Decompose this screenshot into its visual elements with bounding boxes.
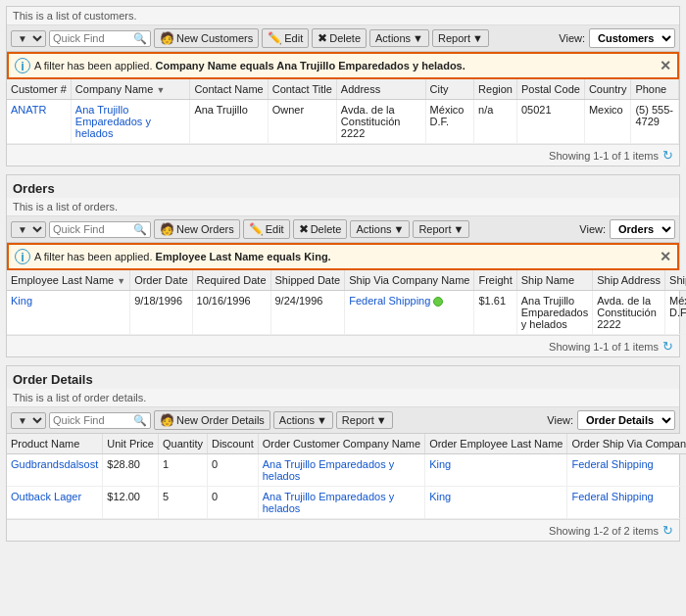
od-report-dropdown-icon: ▼ bbox=[376, 414, 387, 426]
col-ship-city: Ship City bbox=[665, 270, 686, 291]
customers-quickfind-dropdown[interactable]: ▼ bbox=[11, 30, 46, 47]
product-name-link[interactable]: Outback Lager bbox=[11, 491, 81, 502]
col-shipped-date: Shipped Date bbox=[270, 270, 345, 291]
unit-price-cell: $28.80 bbox=[103, 454, 159, 487]
shipped-date-cell: 9/24/1996 bbox=[270, 291, 345, 335]
col-country: Country bbox=[584, 79, 631, 100]
order-ship-via-link[interactable]: Federal Shipping bbox=[571, 491, 653, 502]
order-details-quickfind-container: 🔍 bbox=[49, 412, 151, 429]
order-employee-link[interactable]: King bbox=[429, 458, 451, 470]
order-details-refresh-icon[interactable]: ↻ bbox=[662, 523, 673, 538]
product-name-link[interactable]: Gudbrandsdalsost bbox=[11, 458, 98, 470]
customers-quickfind-input[interactable] bbox=[53, 32, 131, 44]
table-row: Outback Lager $12.00 5 0 Ana Trujillo Em… bbox=[7, 487, 686, 519]
order-ship-via-link[interactable]: Federal Shipping bbox=[571, 458, 653, 470]
order-customer-link[interactable]: Ana Trujillo Emparedados y helados bbox=[263, 491, 395, 514]
orders-filter-close-button[interactable]: ✕ bbox=[660, 249, 671, 264]
customers-view-dropdown[interactable]: Customers bbox=[589, 28, 675, 48]
col-phone: Phone bbox=[631, 79, 679, 100]
orders-toolbar: ▼ 🔍 🧑 New Orders ✏️ Edit ✖ Delete Action… bbox=[7, 216, 679, 243]
customers-refresh-icon[interactable]: ↻ bbox=[662, 148, 673, 163]
new-customers-icon: 🧑 bbox=[160, 31, 174, 45]
orders-edit-button[interactable]: ✏️ Edit bbox=[243, 219, 290, 239]
quantity-cell: 5 bbox=[158, 487, 207, 519]
orders-report-button[interactable]: Report ▼ bbox=[413, 220, 469, 238]
contact-name-cell: Ana Trujillo bbox=[190, 100, 268, 144]
orders-showing-bar: Showing 1-1 of 1 items ↻ bbox=[7, 335, 679, 356]
orders-view-dropdown[interactable]: Orders bbox=[610, 219, 675, 239]
orders-filter-text: A filter has been applied. Employee Last… bbox=[34, 251, 656, 262]
order-details-section: Order Details This is a list of order de… bbox=[6, 365, 680, 542]
address-cell: Avda. de la Constitución 2222 bbox=[336, 100, 425, 144]
ship-via-link[interactable]: Federal Shipping bbox=[349, 295, 430, 307]
col-order-date: Order Date bbox=[130, 270, 192, 291]
col-emp-last-name: Employee Last Name ▼ bbox=[7, 270, 130, 291]
customers-filter-close-button[interactable]: ✕ bbox=[660, 58, 671, 73]
order-details-quickfind-dropdown[interactable]: ▼ bbox=[11, 412, 46, 429]
col-company-name: Company Name ▼ bbox=[71, 79, 190, 100]
col-freight: Freight bbox=[474, 270, 516, 291]
orders-actions-button[interactable]: Actions ▼ bbox=[350, 220, 410, 238]
col-ship-address: Ship Address bbox=[593, 270, 665, 291]
emp-sort-icon: ▼ bbox=[117, 276, 125, 286]
order-details-quickfind-input[interactable] bbox=[53, 414, 131, 426]
customers-description: This is a list of customers. bbox=[7, 7, 679, 25]
country-cell: Mexico bbox=[584, 100, 631, 144]
col-ship-name: Ship Name bbox=[516, 270, 593, 291]
customers-search-button[interactable]: 🔍 bbox=[133, 32, 147, 45]
order-details-showing-bar: Showing 1-2 of 2 items ↻ bbox=[7, 519, 679, 541]
orders-refresh-icon[interactable]: ↻ bbox=[662, 339, 673, 354]
order-employee-link[interactable]: King bbox=[429, 491, 451, 502]
discount-cell: 0 bbox=[207, 487, 258, 519]
freight-status-icon bbox=[433, 297, 443, 307]
customers-section: This is a list of customers. ▼ 🔍 🧑 New C… bbox=[6, 6, 680, 166]
col-address: Address bbox=[336, 79, 425, 100]
order-details-actions-button[interactable]: Actions ▼ bbox=[273, 411, 333, 429]
orders-actions-dropdown-icon: ▼ bbox=[394, 223, 405, 235]
customer-num-link[interactable]: ANATR bbox=[11, 104, 46, 116]
orders-delete-button[interactable]: ✖ Delete bbox=[293, 219, 348, 239]
customers-filter-bar: i A filter has been applied. Company Nam… bbox=[7, 52, 679, 79]
col-unit-price: Unit Price bbox=[103, 434, 159, 454]
contact-title-cell: Owner bbox=[268, 100, 336, 144]
order-details-search-button[interactable]: 🔍 bbox=[133, 414, 147, 427]
ship-city-cell: México D.F. bbox=[665, 291, 686, 335]
page-wrapper: This is a list of customers. ▼ 🔍 🧑 New C… bbox=[0, 0, 686, 555]
orders-report-dropdown-icon: ▼ bbox=[453, 223, 464, 235]
order-details-report-button[interactable]: Report ▼ bbox=[336, 411, 393, 429]
customers-filter-text: A filter has been applied. Company Name … bbox=[34, 60, 656, 71]
ship-via-cell: Federal Shipping bbox=[345, 291, 474, 335]
col-region: Region bbox=[474, 79, 517, 100]
phone-cell: (5) 555-4729 bbox=[631, 100, 679, 144]
col-quantity: Quantity bbox=[158, 434, 207, 454]
order-customer-cell: Ana Trujillo Emparedados y helados bbox=[258, 487, 424, 519]
orders-search-button[interactable]: 🔍 bbox=[133, 223, 147, 236]
customers-delete-button[interactable]: ✖ Delete bbox=[312, 28, 367, 48]
orders-quickfind-input[interactable] bbox=[53, 223, 131, 235]
customers-report-button[interactable]: Report ▼ bbox=[432, 29, 489, 47]
company-name-link[interactable]: Ana Trujillo Emparedados y helados bbox=[75, 104, 151, 139]
col-contact-name: Contact Name bbox=[190, 79, 268, 100]
col-contact-title: Contact Title bbox=[268, 79, 336, 100]
postal-code-cell: 05021 bbox=[516, 100, 584, 144]
col-product-name: Product Name bbox=[7, 434, 103, 454]
col-order-customer: Order Customer Company Name bbox=[258, 434, 424, 454]
order-ship-via-cell: Federal Shipping bbox=[567, 487, 686, 519]
orders-quickfind-container: 🔍 bbox=[49, 221, 151, 238]
employee-last-link[interactable]: King bbox=[11, 295, 32, 307]
customers-table: Customer # Company Name ▼ Contact Name C… bbox=[7, 79, 679, 144]
new-orders-icon: 🧑 bbox=[160, 222, 174, 236]
orders-quickfind-dropdown[interactable]: ▼ bbox=[11, 221, 46, 238]
customers-new-button[interactable]: 🧑 New Customers bbox=[154, 28, 259, 48]
orders-new-button[interactable]: 🧑 New Orders bbox=[154, 219, 240, 239]
col-discount: Discount bbox=[207, 434, 258, 454]
discount-cell: 0 bbox=[207, 454, 258, 487]
customers-edit-button[interactable]: ✏️ Edit bbox=[262, 28, 309, 48]
col-required-date: Required Date bbox=[192, 270, 270, 291]
order-employee-cell: King bbox=[425, 454, 567, 487]
order-details-view-dropdown[interactable]: Order Details bbox=[577, 410, 675, 430]
order-details-new-button[interactable]: 🧑 New Order Details bbox=[154, 410, 270, 430]
customers-actions-button[interactable]: Actions ▼ bbox=[369, 29, 429, 47]
unit-price-cell: $12.00 bbox=[103, 487, 159, 519]
order-customer-link[interactable]: Ana Trujillo Emparedados y helados bbox=[263, 458, 395, 482]
